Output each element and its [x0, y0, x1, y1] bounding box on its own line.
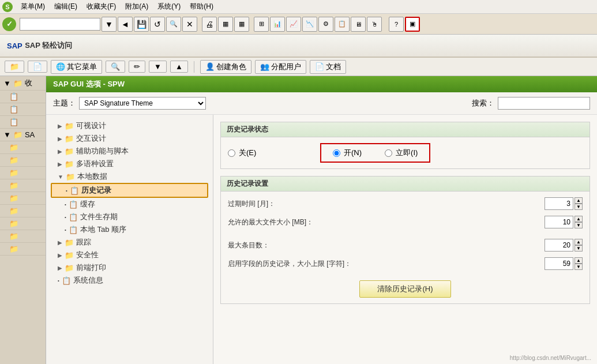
sidebar-expand-2[interactable]: ▼ 📁 SA — [0, 129, 46, 141]
print2-btn[interactable]: ▦ — [218, 17, 233, 32]
expire-months-up[interactable]: ▲ — [575, 197, 583, 204]
tree-item-frontend-print[interactable]: ▶ 📁 前端打印 — [51, 261, 208, 274]
tool4-btn[interactable]: 📉 — [302, 17, 317, 32]
theme-select[interactable]: SAP Signature Theme — [79, 97, 206, 110]
print-btn[interactable]: 🖨 — [202, 17, 217, 32]
tree-item-sysinfo[interactable]: • 📋 系统信息 — [51, 274, 208, 287]
clear-history-btn[interactable]: 清除历史记录(H) — [359, 280, 450, 298]
cancel-btn[interactable]: ✕ — [182, 17, 197, 32]
tree-item-taborder[interactable]: • 📋 本地 Tab 顺序 — [51, 223, 208, 236]
radio-immediate[interactable] — [385, 149, 392, 157]
sidebar-item-y4[interactable]: 📁 — [0, 179, 46, 192]
tool3-btn[interactable]: 📈 — [286, 17, 301, 32]
toolbar2-menu-icon[interactable]: 📁 — [5, 61, 24, 73]
sidebar-expand-1[interactable]: ▼ 📁 收 — [0, 76, 46, 91]
max-items-up[interactable]: ▲ — [575, 239, 583, 245]
tree-item-history[interactable]: • 📋 历史记录 — [51, 183, 208, 198]
tree-item-interactive[interactable]: ▶ 📁 交互设计 — [51, 132, 208, 145]
expire-months-row: 过期时间 [月]： ▲ ▼ — [228, 197, 583, 210]
max-items-down[interactable]: ▼ — [575, 245, 583, 252]
tree-item-assist[interactable]: ▶ 📁 辅助功能与脚本 — [51, 145, 208, 157]
back-btn[interactable]: ◄ — [118, 17, 133, 32]
sidebar-item-x3[interactable]: 📋 — [0, 116, 46, 129]
field-history-limit-up[interactable]: ▲ — [575, 257, 583, 264]
save-btn[interactable]: 💾 — [134, 17, 149, 32]
tree-item-multilang[interactable]: ▶ 📁 多语种设置 — [51, 157, 208, 170]
assign-user-btn[interactable]: 👥 分配用户 — [255, 60, 306, 74]
radio-off[interactable] — [228, 149, 235, 157]
menu-item-menu[interactable]: 菜单(M) — [16, 1, 50, 12]
tree-doc-history-icon: 📋 — [70, 186, 79, 195]
sidebar-arrow-1: ▼ — [3, 79, 11, 88]
max-file-size-down[interactable]: ▼ — [575, 222, 583, 228]
tree-doc-sysinfo-icon: 📋 — [62, 276, 71, 285]
radio-on-option[interactable]: 开(N) — [333, 148, 362, 158]
help-btn[interactable]: ? — [389, 17, 404, 32]
sap-green-icon[interactable]: ✓ — [2, 17, 16, 31]
command-input[interactable] — [20, 18, 100, 31]
search-input[interactable] — [498, 97, 590, 110]
field-history-limit-input[interactable] — [545, 257, 573, 270]
radio-immediate-option[interactable]: 立即(I) — [385, 148, 418, 158]
menu-item-edit[interactable]: 编辑(E) — [50, 1, 82, 12]
tree-label-trace: 跟踪 — [76, 237, 91, 247]
sidebar-item-y8[interactable]: 📁 — [0, 230, 46, 243]
tree-bullet-cache: • — [65, 202, 66, 207]
edit-icon-btn[interactable]: ✏ — [129, 61, 145, 73]
doc-btn[interactable]: 📄 文档 — [310, 60, 346, 74]
refresh-btn[interactable]: ↺ — [150, 17, 165, 32]
tree-item-visual[interactable]: ▶ 📁 可视设计 — [51, 119, 208, 132]
history-status-title: 历史记录状态 — [221, 122, 590, 137]
customize-btn[interactable]: ▣ — [405, 17, 420, 32]
sidebar-item-y5[interactable]: 📁 — [0, 192, 46, 205]
tree-item-trace[interactable]: ▶ 📁 跟踪 — [51, 236, 208, 249]
tool6-btn[interactable]: 📋 — [335, 17, 350, 32]
radio-on[interactable] — [333, 149, 340, 157]
toolbar2-doc-icon[interactable]: 📄 — [28, 61, 47, 73]
history-settings-section: 历史记录设置 过期时间 [月]： ▲ ▼ — [220, 176, 590, 304]
print3-btn[interactable]: ▦ — [234, 17, 249, 32]
menu-item-favorites[interactable]: 收藏夹(F) — [82, 1, 121, 12]
menu-item-system[interactable]: 系统(Y) — [153, 1, 185, 12]
expire-months-down[interactable]: ▼ — [575, 204, 583, 210]
sidebar-item-y3[interactable]: 📁 — [0, 167, 46, 179]
arrow-up-btn[interactable]: ▲ — [170, 61, 188, 73]
search-icon2-btn[interactable]: 🔍 — [106, 61, 125, 73]
tool5-btn[interactable]: ⚙ — [318, 17, 333, 32]
tree-label-multilang: 多语种设置 — [76, 159, 114, 169]
expire-months-input[interactable] — [545, 197, 573, 210]
tree-item-localdata[interactable]: ▼ 📁 本地数据 — [51, 170, 208, 183]
tool2-btn[interactable]: 📊 — [270, 17, 285, 32]
create-role-btn[interactable]: 👤 创建角色 — [200, 60, 251, 74]
tree-item-security[interactable]: ▶ 📁 安全性 — [51, 249, 208, 261]
menu-item-help[interactable]: 帮助(H) — [185, 1, 218, 12]
search2-icon: 🔍 — [111, 62, 120, 71]
tree-label-frontend: 前端打印 — [76, 262, 106, 273]
sidebar-item-y7[interactable]: 📁 — [0, 217, 46, 230]
menu-item-extras[interactable]: 附加(A) — [121, 1, 153, 12]
arrow-down-btn[interactable]: ▼ — [149, 61, 167, 73]
dropdown-btn[interactable]: ▼ — [102, 17, 117, 32]
tool1-btn[interactable]: ⊞ — [254, 17, 269, 32]
radio-off-option[interactable]: 关(E) — [228, 148, 320, 158]
find-btn[interactable]: 🔍 — [166, 17, 181, 32]
max-items-input[interactable] — [545, 239, 573, 252]
tree-item-cache[interactable]: • 📋 缓存 — [51, 198, 208, 211]
sidebar-arrow-2: ▼ — [3, 130, 11, 139]
tree-label-cache: 缓存 — [80, 199, 95, 209]
sidebar-item-y1[interactable]: 📁 — [0, 141, 46, 154]
tool7-btn[interactable]: 🖥 — [351, 17, 366, 32]
max-file-size-input[interactable] — [545, 216, 573, 228]
sidebar-item-y2[interactable]: 📁 — [0, 154, 46, 167]
sidebar-folder-y6: 📁 — [9, 207, 18, 215]
sidebar-item-x1[interactable]: 📋 — [0, 91, 46, 103]
sidebar-item-x2[interactable]: 📋 — [0, 103, 46, 116]
other-menus-btn[interactable]: 🌐 其它菜单 — [51, 60, 102, 74]
max-file-size-up[interactable]: ▲ — [575, 216, 583, 222]
tree-item-fileexpire[interactable]: • 📋 文件生存期 — [51, 211, 208, 223]
field-history-limit-down[interactable]: ▼ — [575, 264, 583, 270]
sidebar-item-y9[interactable]: 📁 — [0, 243, 46, 256]
max-file-size-spinner: ▲ ▼ — [575, 216, 583, 228]
tool8-btn[interactable]: 🖱 — [367, 17, 382, 32]
sidebar-item-y6[interactable]: 📁 — [0, 205, 46, 217]
